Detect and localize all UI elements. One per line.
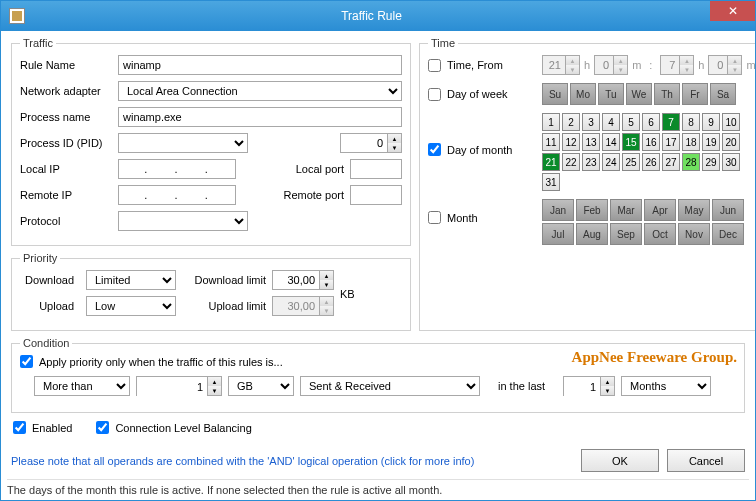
dom-cell[interactable]: 17 bbox=[662, 133, 680, 151]
month-cell[interactable]: Jun bbox=[712, 199, 744, 221]
dow-cell[interactable]: Th bbox=[654, 83, 680, 105]
dom-checkbox[interactable] bbox=[428, 143, 441, 156]
cond-unit-select[interactable]: GB bbox=[228, 376, 294, 396]
upload-limit-label: Upload limit bbox=[182, 300, 266, 312]
month-cell[interactable]: Aug bbox=[576, 223, 608, 245]
network-select[interactable]: Local Area Connection bbox=[118, 81, 402, 101]
pid-spin[interactable]: ▲▼ bbox=[340, 133, 402, 153]
upload-limit-spin[interactable]: ▲▼ bbox=[272, 296, 334, 316]
dom-cell[interactable]: 10 bbox=[722, 113, 740, 131]
dow-cell[interactable]: Fr bbox=[682, 83, 708, 105]
dom-cell[interactable]: 16 bbox=[642, 133, 660, 151]
app-icon bbox=[9, 8, 25, 24]
kb-unit: KB bbox=[340, 288, 355, 300]
enabled-label: Enabled bbox=[32, 422, 72, 434]
window-title: Traffic Rule bbox=[33, 9, 710, 23]
pid-select[interactable] bbox=[118, 133, 248, 153]
dow-cell[interactable]: Su bbox=[542, 83, 568, 105]
local-ip-input[interactable] bbox=[118, 159, 236, 179]
dom-cell[interactable]: 23 bbox=[582, 153, 600, 171]
enabled-checkbox[interactable] bbox=[13, 421, 26, 434]
dom-cell[interactable]: 6 bbox=[642, 113, 660, 131]
dow-grid: SuMoTuWeThFrSa bbox=[542, 83, 742, 105]
download-select[interactable]: Limited bbox=[86, 270, 176, 290]
month-cell[interactable]: Apr bbox=[644, 199, 676, 221]
traffic-legend: Traffic bbox=[20, 37, 56, 49]
time-group: Time Time, From ▲▼h ▲▼m : ▲▼h ▲▼m Day of… bbox=[419, 37, 756, 331]
time-m1[interactable]: ▲▼ bbox=[594, 55, 628, 75]
process-input[interactable] bbox=[118, 107, 402, 127]
month-cell[interactable]: Feb bbox=[576, 199, 608, 221]
dom-cell[interactable]: 7 bbox=[662, 113, 680, 131]
dow-cell[interactable]: We bbox=[626, 83, 652, 105]
upload-label: Upload bbox=[20, 300, 80, 312]
dow-cell[interactable]: Sa bbox=[710, 83, 736, 105]
local-port-input[interactable] bbox=[350, 159, 402, 179]
dow-cell[interactable]: Mo bbox=[570, 83, 596, 105]
dom-cell[interactable]: 22 bbox=[562, 153, 580, 171]
dom-cell[interactable]: 2 bbox=[562, 113, 580, 131]
month-cell[interactable]: Nov bbox=[678, 223, 710, 245]
dom-cell[interactable]: 19 bbox=[702, 133, 720, 151]
cond-direction-select[interactable]: Sent & Received bbox=[300, 376, 480, 396]
cond-op-select[interactable]: More than bbox=[34, 376, 130, 396]
dom-label: Day of month bbox=[447, 144, 512, 156]
month-cell[interactable]: Dec bbox=[712, 223, 744, 245]
cond-period-spin[interactable]: ▲▼ bbox=[563, 376, 615, 396]
dom-cell[interactable]: 15 bbox=[622, 133, 640, 151]
month-cell[interactable]: Jan bbox=[542, 199, 574, 221]
cancel-button[interactable]: Cancel bbox=[667, 449, 745, 472]
month-cell[interactable]: May bbox=[678, 199, 710, 221]
dom-cell[interactable]: 28 bbox=[682, 153, 700, 171]
dom-cell[interactable]: 31 bbox=[542, 173, 560, 191]
month-cell[interactable]: Jul bbox=[542, 223, 574, 245]
dom-cell[interactable]: 5 bbox=[622, 113, 640, 131]
process-label: Process name bbox=[20, 111, 112, 123]
dom-cell[interactable]: 25 bbox=[622, 153, 640, 171]
rule-name-input[interactable] bbox=[118, 55, 402, 75]
cond-period-unit-select[interactable]: Months bbox=[621, 376, 711, 396]
download-limit-spin[interactable]: ▲▼ bbox=[272, 270, 334, 290]
dom-cell[interactable]: 8 bbox=[682, 113, 700, 131]
cond-amount-spin[interactable]: ▲▼ bbox=[136, 376, 222, 396]
time-h1[interactable]: ▲▼ bbox=[542, 55, 580, 75]
dom-cell[interactable]: 4 bbox=[602, 113, 620, 131]
download-limit-label: Download limit bbox=[182, 274, 266, 286]
ok-button[interactable]: OK bbox=[581, 449, 659, 472]
clb-checkbox[interactable] bbox=[96, 421, 109, 434]
dom-cell[interactable]: 3 bbox=[582, 113, 600, 131]
dom-cell[interactable]: 13 bbox=[582, 133, 600, 151]
dom-cell[interactable]: 29 bbox=[702, 153, 720, 171]
time-h2[interactable]: ▲▼ bbox=[660, 55, 694, 75]
dom-cell[interactable]: 11 bbox=[542, 133, 560, 151]
upload-select[interactable]: Low bbox=[86, 296, 176, 316]
dom-cell[interactable]: 21 bbox=[542, 153, 560, 171]
info-link[interactable]: Please note that all operands are combin… bbox=[11, 455, 474, 467]
dom-cell[interactable]: 1 bbox=[542, 113, 560, 131]
time-m2[interactable]: ▲▼ bbox=[708, 55, 742, 75]
dom-cell[interactable]: 30 bbox=[722, 153, 740, 171]
apply-checkbox[interactable] bbox=[20, 355, 33, 368]
dom-cell[interactable]: 18 bbox=[682, 133, 700, 151]
remote-ip-input[interactable] bbox=[118, 185, 236, 205]
month-checkbox[interactable] bbox=[428, 211, 441, 224]
month-cell[interactable]: Mar bbox=[610, 199, 642, 221]
month-cell[interactable]: Oct bbox=[644, 223, 676, 245]
dom-cell[interactable]: 9 bbox=[702, 113, 720, 131]
dom-cell[interactable]: 20 bbox=[722, 133, 740, 151]
dom-cell[interactable]: 24 bbox=[602, 153, 620, 171]
dow-checkbox[interactable] bbox=[428, 88, 441, 101]
dom-cell[interactable]: 12 bbox=[562, 133, 580, 151]
watermark: AppNee Freeware Group. bbox=[572, 349, 737, 366]
protocol-select[interactable] bbox=[118, 211, 248, 231]
month-cell[interactable]: Sep bbox=[610, 223, 642, 245]
dom-cell[interactable]: 14 bbox=[602, 133, 620, 151]
remote-port-input[interactable] bbox=[350, 185, 402, 205]
dom-cell[interactable]: 26 bbox=[642, 153, 660, 171]
close-button[interactable]: ✕ bbox=[710, 1, 755, 21]
time-from-checkbox[interactable] bbox=[428, 59, 441, 72]
time-legend: Time bbox=[428, 37, 458, 49]
priority-legend: Priority bbox=[20, 252, 60, 264]
dow-cell[interactable]: Tu bbox=[598, 83, 624, 105]
dom-cell[interactable]: 27 bbox=[662, 153, 680, 171]
